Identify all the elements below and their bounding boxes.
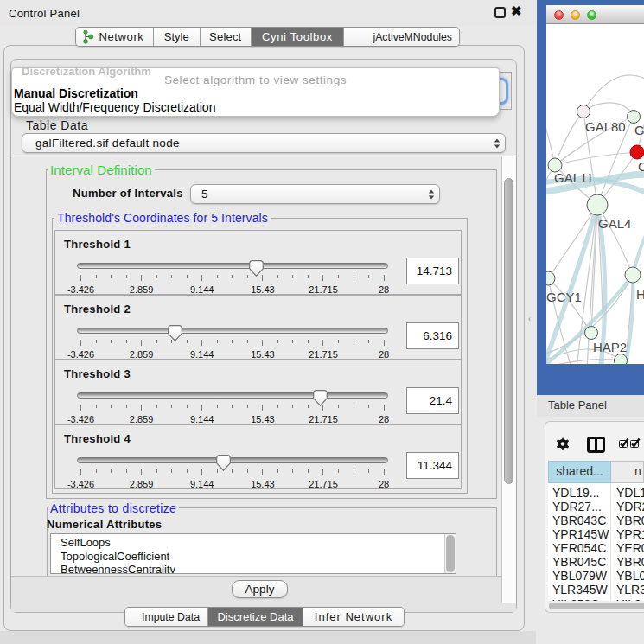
svg-text:C: C (638, 159, 644, 174)
svg-text:GCY1: GCY1 (546, 290, 582, 304)
svg-text:GAL80: GAL80 (585, 119, 626, 134)
svg-text:GAL11: GAL11 (554, 170, 594, 185)
svg-text:HAP2: HAP2 (593, 340, 627, 354)
svg-text:H: H (636, 287, 644, 302)
svg-text:GAL4: GAL4 (598, 216, 631, 231)
svg-text:GA: GA (634, 123, 644, 137)
